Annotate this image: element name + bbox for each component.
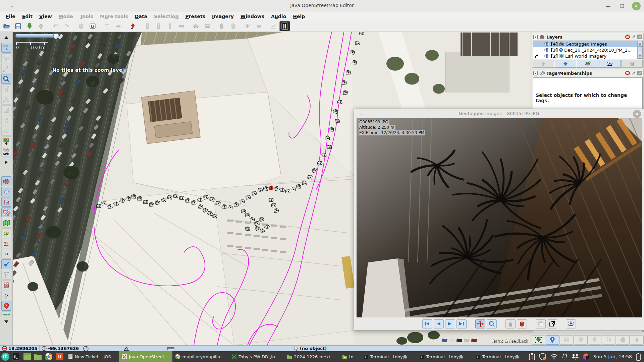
task-folder-mexico[interactable]: 2024-1226-mexico… [284, 351, 339, 362]
toggle-conflicts-dialog[interactable] [1, 249, 11, 259]
menu-tools[interactable]: Tools [77, 13, 96, 20]
note-close-button[interactable] [588, 335, 602, 345]
shield-tray-icon[interactable] [539, 353, 546, 360]
previous-photo-button[interactable] [434, 319, 444, 328]
clipboard-tray-icon[interactable]: ! [529, 353, 535, 360]
visibility-eye-icon[interactable] [544, 54, 549, 58]
layer-row-geotagged[interactable]: [4] Geotagged Images [533, 41, 642, 47]
delete-photo-file-button[interactable] [517, 319, 527, 328]
preset-wall-button[interactable] [176, 21, 187, 31]
task-terminal-1[interactable]: $_ Terminal - toby@de… [361, 351, 417, 362]
collapse-layers-icon[interactable]: ▾ [533, 35, 538, 39]
zoom-photo-button[interactable] [487, 319, 497, 328]
add-note-button[interactable] [546, 335, 559, 345]
wifi-tray-icon[interactable] [550, 354, 558, 360]
dropbox-tray-icon[interactable] [572, 354, 579, 360]
menu-mode[interactable]: Mode [56, 13, 76, 20]
layer-delete-button[interactable] [621, 60, 643, 68]
lasso-tool[interactable] [1, 53, 11, 63]
follow-line-tool[interactable] [1, 116, 11, 125]
layer-visibility-button[interactable] [599, 60, 621, 68]
layer-row-imagery[interactable]: [2] Esri World Imagery [533, 53, 642, 59]
collapse-tags-icon[interactable]: ▾ [533, 71, 538, 75]
restore-button[interactable]: ❐ [618, 2, 627, 10]
unglue-tool[interactable] [1, 95, 11, 105]
clock[interactable]: Sun 5 Jan, 13:58 [593, 354, 632, 359]
photo-window-titlebar[interactable]: ⌄ Geotagged Images - G0035199.JPG ✕ [354, 109, 644, 118]
toggle-filter-dialog[interactable] [1, 270, 11, 280]
reverse-way-button[interactable] [127, 21, 138, 31]
photo-marker[interactable] [291, 187, 295, 191]
toggle-commandstack-dialog[interactable] [1, 228, 11, 238]
scroll-up-icon[interactable] [1, 33, 11, 42]
preset-parking-button[interactable] [279, 21, 290, 31]
scrollbar-thumb[interactable] [638, 46, 642, 51]
toggle-notes-dialog[interactable] [1, 301, 11, 311]
scroll-down-icon[interactable]: ▼ [638, 54, 642, 59]
expand-tools-icon[interactable] [1, 157, 11, 167]
note-up-button[interactable] [630, 335, 644, 345]
close-button[interactable]: ✕ [632, 2, 641, 10]
toggle-minimap-dialog[interactable] [1, 218, 11, 228]
preset-chart-button[interactable] [268, 21, 279, 31]
visibility-eye-icon[interactable] [544, 48, 549, 52]
ubiquity-launcher[interactable]: U [55, 352, 64, 361]
task-josm[interactable]: Java OpenStreetM… [119, 351, 172, 362]
toggle-authors-dialog[interactable] [1, 239, 11, 248]
layer-move-up-button[interactable] [533, 60, 554, 68]
extrude-tool[interactable] [1, 126, 11, 136]
toggle-validator-dialog[interactable] [1, 259, 11, 269]
task-folder-toby[interactable]: toby [339, 351, 361, 362]
task-terminal-3[interactable]: $_ Terminal - toby@de… [473, 351, 529, 362]
photo-marker[interactable] [185, 198, 190, 202]
task-new-ticket[interactable]: New Ticket – JOSM… [65, 351, 119, 362]
battery-tray-icon[interactable] [636, 353, 641, 361]
preset-door-button[interactable] [216, 21, 227, 31]
toggle-changeset-dialog[interactable] [1, 280, 11, 290]
redo-button[interactable]: ↷ [61, 21, 72, 31]
join-areas-button[interactable] [102, 21, 112, 31]
toggle-selection-dialog[interactable] [1, 197, 11, 207]
note-resolve-button[interactable] [574, 335, 588, 345]
terminal-launcher[interactable]: $_ [11, 352, 21, 361]
menu-more-tools[interactable]: More tools [97, 13, 131, 20]
geotagged-image-window[interactable]: ⌄ Geotagged Images - G0035199.JPG ✕ G003… [354, 109, 644, 330]
toggle-layers-dialog[interactable] [1, 176, 11, 186]
preset-motorway-button[interactable] [142, 21, 153, 31]
last-photo-button[interactable] [457, 319, 467, 328]
download-in-view-button[interactable] [532, 335, 545, 345]
undo-button[interactable]: ↶ [50, 21, 61, 31]
window-titlebar[interactable]: ⌄ Java OpenStreetMap Editor — ❐ ✕ [0, 0, 644, 12]
preset-road-button[interactable] [153, 21, 164, 31]
save-button[interactable] [13, 21, 23, 31]
menu-imagery[interactable]: Imagery [209, 13, 237, 20]
note-upload-button[interactable] [602, 335, 615, 345]
upload-button[interactable] [36, 21, 46, 31]
app-cube-tray-icon[interactable] [583, 353, 589, 360]
sticky-pin-icon[interactable] [632, 71, 636, 75]
menu-selection[interactable]: Selection [151, 13, 181, 20]
preset-restaurant-button[interactable]: Ψ [242, 21, 253, 31]
menu-view[interactable]: View [36, 13, 55, 20]
delete-tool[interactable] [1, 84, 11, 94]
preset-car-button[interactable] [191, 21, 201, 31]
toggle-relations-dialog[interactable] [1, 207, 11, 217]
photo-view[interactable]: G0035199.JPG Altitude: 2 250 m EXIF time… [357, 118, 642, 317]
menu-presets[interactable]: Presets [182, 13, 208, 20]
layer-activate-button[interactable] [577, 60, 598, 68]
pan-photo-button[interactable] [475, 319, 485, 328]
files-launcher[interactable] [33, 352, 43, 361]
zoom-slider[interactable] [15, 34, 59, 38]
toggle-mappaint-dialog[interactable] [1, 291, 11, 300]
preset-bench-button[interactable]: w [254, 21, 264, 31]
layer-move-down-button[interactable] [555, 60, 576, 68]
note-comment-button[interactable] [560, 335, 574, 345]
photo-marker[interactable] [269, 198, 273, 201]
close-layers-icon[interactable]: ✕ [637, 35, 642, 39]
help-icon[interactable] [625, 35, 630, 39]
copy-photo-path-button[interactable] [536, 319, 546, 328]
gpx-offset-tool[interactable]: GPX [1, 147, 11, 157]
mirror-button[interactable]: ↔ [113, 21, 124, 31]
scroll-up-icon[interactable]: ▲ [638, 41, 642, 46]
scroll-down-icon[interactable] [1, 317, 11, 326]
